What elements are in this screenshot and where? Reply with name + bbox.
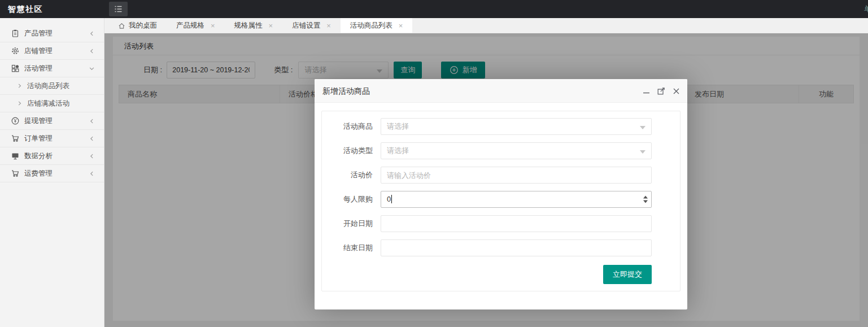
form-row-start-date: 开始日期 <box>322 215 652 232</box>
sidebar: 产品管理店铺管理活动管理活动商品列表店铺满减活动提现管理订单管理数据分析运费管理 <box>0 18 104 327</box>
start-date-input[interactable] <box>381 215 652 232</box>
tab-label: 活动商品列表 <box>350 21 392 30</box>
activity-type-select[interactable]: 请选择 <box>381 142 652 159</box>
form-row-activity-type: 活动类型请选择 <box>322 142 652 159</box>
modal-controls <box>643 79 680 103</box>
chevron-left-icon <box>89 30 95 37</box>
text-caret <box>391 195 392 203</box>
sidebar-item-product[interactable]: 产品管理 <box>0 25 104 42</box>
sidebar-subitem-label: 活动商品列表 <box>27 81 95 91</box>
tab-label: 规格属性 <box>234 21 263 30</box>
sidebar-item-label: 运费管理 <box>24 169 84 178</box>
field-control <box>381 167 652 184</box>
minimize-icon[interactable] <box>643 88 650 95</box>
select-placeholder: 请选择 <box>387 122 409 130</box>
sidebar-subitem-activity-goods-list[interactable]: 活动商品列表 <box>0 77 104 95</box>
header-right-menu[interactable]: 单 <box>864 0 868 18</box>
home-icon <box>118 22 125 29</box>
field-label-activity-price: 活动价 <box>322 167 373 184</box>
field-label-purchase-limit: 每人限购 <box>322 191 373 208</box>
activity-price-input[interactable] <box>381 167 652 184</box>
field-label-activity-product: 活动商品 <box>322 118 373 135</box>
modal-body: 活动商品请选择活动类型请选择活动价每人限购0开始日期结束日期立即提交 <box>315 103 687 309</box>
chevron-left-icon <box>89 171 95 177</box>
sidebar-item-label: 数据分析 <box>24 151 84 161</box>
spin-up-icon[interactable] <box>643 196 648 199</box>
close-tab-icon[interactable]: × <box>326 21 331 30</box>
submit-button[interactable]: 立即提交 <box>603 265 652 284</box>
tab-label: 店铺设置 <box>292 21 320 30</box>
spin-down-icon[interactable] <box>643 200 648 203</box>
sidebar-item-label: 订单管理 <box>24 134 84 143</box>
clipboard-icon <box>11 29 19 37</box>
chevron-left-icon <box>89 136 95 142</box>
sidebar-subitem-shop-discount[interactable]: 店铺满减活动 <box>0 95 104 112</box>
activity-product-select[interactable]: 请选择 <box>381 118 652 135</box>
chevron-left-icon <box>89 48 95 54</box>
close-icon[interactable] <box>673 88 680 95</box>
monitor-icon <box>11 152 19 160</box>
form-row-activity-product: 活动商品请选择 <box>322 118 652 135</box>
field-control <box>381 239 652 256</box>
modal-title: 新增活动商品 <box>315 79 687 103</box>
app-title: 智慧社区 <box>8 0 43 18</box>
sidebar-item-label: 活动管理 <box>24 64 84 73</box>
field-control: 请选择 <box>381 142 652 159</box>
sidebar-item-withdraw[interactable]: 提现管理 <box>0 112 104 130</box>
chevron-down-icon <box>640 126 645 129</box>
maximize-icon[interactable] <box>657 87 665 95</box>
field-control: 请选择 <box>381 118 652 135</box>
purchase-limit-input[interactable]: 0 <box>381 191 652 208</box>
submit-row: 立即提交 <box>322 265 652 284</box>
sidebar-item-order[interactable]: 订单管理 <box>0 130 104 147</box>
arrow-right-icon <box>17 101 22 106</box>
chevron-down-icon <box>640 150 645 154</box>
chevron-left-icon <box>89 118 95 124</box>
form-row-activity-price: 活动价 <box>322 167 652 184</box>
field-label-activity-type: 活动类型 <box>322 142 373 159</box>
tabbar: 我的桌面产品规格×规格属性×店铺设置×活动商品列表× <box>104 18 868 33</box>
sidebar-item-label: 店铺管理 <box>24 46 84 56</box>
sidebar-item-label: 提现管理 <box>24 116 84 126</box>
number-spinner[interactable] <box>643 196 648 203</box>
field-control <box>381 215 652 232</box>
gear-icon <box>11 47 19 55</box>
form-row-end-date: 结束日期 <box>322 239 652 256</box>
cart-icon <box>11 134 19 142</box>
tab-label: 我的桌面 <box>129 21 157 30</box>
sidebar-item-analytics[interactable]: 数据分析 <box>0 147 104 165</box>
sidebar-toggle-button[interactable] <box>109 2 128 16</box>
field-label-start-date: 开始日期 <box>322 215 373 232</box>
apps-icon <box>11 64 19 72</box>
sidebar-item-freight[interactable]: 运费管理 <box>0 165 104 182</box>
tab-shop-settings[interactable]: 店铺设置× <box>282 18 341 33</box>
arrow-right-icon <box>17 83 22 89</box>
topbar: 智慧社区 单 <box>0 0 868 18</box>
tab-desktop[interactable]: 我的桌面 <box>108 18 167 33</box>
close-tab-icon[interactable]: × <box>269 21 273 30</box>
modal-form: 活动商品请选择活动类型请选择活动价每人限购0开始日期结束日期立即提交 <box>321 111 681 291</box>
close-tab-icon[interactable]: × <box>399 21 403 30</box>
sidebar-item-label: 产品管理 <box>24 29 84 38</box>
close-tab-icon[interactable]: × <box>211 21 215 30</box>
end-date-input[interactable] <box>381 239 652 256</box>
add-activity-goods-modal: 新增活动商品 活动商品请选择活动类型请选择活动价每人限购0开始日期结束日期立即提… <box>315 79 687 309</box>
select-placeholder: 请选择 <box>387 146 409 155</box>
chevron-left-icon <box>89 153 95 159</box>
tab-label: 产品规格 <box>176 21 204 30</box>
sidebar-menu: 产品管理店铺管理活动管理活动商品列表店铺满减活动提现管理订单管理数据分析运费管理 <box>0 25 104 182</box>
cart-icon <box>11 169 19 177</box>
sidebar-subitem-label: 店铺满减活动 <box>27 99 95 108</box>
form-row-purchase-limit: 每人限购0 <box>322 191 652 208</box>
chevron-down-icon <box>89 66 95 72</box>
sidebar-item-activity[interactable]: 活动管理 <box>0 60 104 77</box>
number-value: 0 <box>387 195 391 203</box>
tab-product-spec[interactable]: 产品规格× <box>167 18 225 33</box>
list-menu-icon <box>114 5 123 13</box>
tab-activity-goods-list[interactable]: 活动商品列表× <box>341 18 413 33</box>
yen-circle-icon <box>11 117 19 125</box>
sidebar-item-shop[interactable]: 店铺管理 <box>0 42 104 60</box>
field-control: 0 <box>381 191 652 208</box>
tab-spec-attr[interactable]: 规格属性× <box>225 18 283 33</box>
field-label-end-date: 结束日期 <box>322 239 373 256</box>
